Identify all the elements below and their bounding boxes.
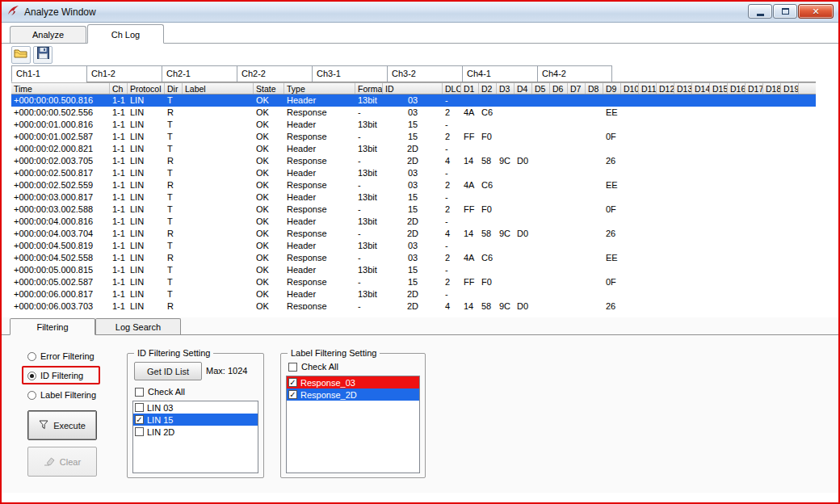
cell-d12 bbox=[657, 288, 674, 300]
column-header-format[interactable]: Format bbox=[355, 83, 383, 94]
table-row[interactable]: +000:00:02.003.7051-1LINROKResponse-2D41… bbox=[11, 155, 816, 167]
table-row[interactable]: +000:00:05.002.5871-1LINTOKResponse-152F… bbox=[11, 276, 816, 288]
id-filter-item[interactable]: ✓LIN 15 bbox=[133, 414, 258, 426]
id-filter-list[interactable]: LIN 03✓LIN 15LIN 2D bbox=[132, 401, 258, 473]
column-header-d1[interactable]: D1 bbox=[461, 83, 479, 94]
close-button[interactable]: ✕ bbox=[798, 4, 834, 19]
column-header-d5[interactable]: D5 bbox=[532, 83, 550, 94]
table-row[interactable]: +000:00:06.000.8171-1LINTOKHeader13bit2D… bbox=[11, 288, 816, 300]
column-header-d14[interactable]: D14 bbox=[692, 83, 710, 94]
table-row[interactable]: +000:00:04.500.8191-1LINTOKHeader13bit03… bbox=[11, 240, 816, 252]
column-header-d8[interactable]: D8 bbox=[586, 83, 603, 94]
cell-format: 13bit bbox=[355, 143, 383, 155]
get-id-list-button[interactable]: Get ID List bbox=[134, 362, 202, 380]
id-check-all[interactable]: Check All bbox=[135, 387, 185, 397]
table-row[interactable]: +000:00:04.000.8161-1LINTOKHeader13bit2D… bbox=[11, 216, 816, 228]
filter-tab-bar: Filtering Log Search bbox=[2, 317, 838, 335]
clear-button[interactable]: Clear bbox=[27, 447, 97, 477]
table-row[interactable]: +000:00:01.000.8161-1LINTOKHeader13bit15… bbox=[11, 119, 816, 131]
tab-ch-log[interactable]: Ch Log bbox=[87, 24, 164, 44]
save-button[interactable] bbox=[33, 46, 52, 64]
open-button[interactable] bbox=[11, 46, 31, 64]
cell-protocol: LIN bbox=[128, 119, 165, 131]
cell-d10 bbox=[621, 228, 639, 240]
column-header-d12[interactable]: D12 bbox=[657, 83, 674, 94]
cell-ch: 1-1 bbox=[110, 119, 128, 131]
cell-d13 bbox=[674, 300, 692, 309]
table-row[interactable]: +000:00:03.000.8171-1LINTOKHeader13bit15… bbox=[11, 191, 816, 204]
table-row[interactable]: +000:00:01.002.5871-1LINTOKResponse-152F… bbox=[11, 131, 816, 143]
id-filter-item[interactable]: LIN 03 bbox=[133, 401, 258, 414]
checkbox-icon[interactable]: ✓ bbox=[288, 378, 297, 387]
checkbox-icon[interactable] bbox=[135, 403, 144, 412]
column-header-type[interactable]: Type bbox=[284, 83, 355, 94]
column-header-d19[interactable]: D19 bbox=[781, 83, 799, 94]
column-header-protocol[interactable]: Protocol bbox=[128, 83, 165, 94]
title-bar[interactable]: Analyze Window ✕ bbox=[2, 2, 838, 23]
table-row[interactable]: +000:00:04.502.5581-1LINROKResponse-0324… bbox=[11, 252, 816, 264]
minimize-button[interactable] bbox=[748, 4, 772, 19]
radio-error-filtering[interactable]: Error Filtering bbox=[27, 351, 94, 361]
channel-tab-ch3-1[interactable]: Ch3-1 bbox=[312, 65, 387, 82]
tab-analyze[interactable]: Analyze bbox=[10, 26, 86, 43]
execute-button[interactable]: Execute bbox=[27, 410, 97, 440]
channel-tab-ch1-2[interactable]: Ch1-2 bbox=[86, 65, 162, 82]
cell-d1: 4A bbox=[461, 107, 479, 119]
label-filter-item[interactable]: ✓Response_03 bbox=[287, 376, 419, 388]
label-filter-list[interactable]: ✓Response_03✓Response_2D bbox=[286, 376, 420, 473]
column-header-d18[interactable]: D18 bbox=[763, 83, 781, 94]
cell-d4 bbox=[514, 276, 532, 288]
column-header-dlc[interactable]: DLC bbox=[443, 83, 461, 94]
tab-filtering[interactable]: Filtering bbox=[10, 318, 95, 335]
checkbox-icon[interactable]: ✓ bbox=[288, 390, 297, 399]
column-header-d7[interactable]: D7 bbox=[568, 83, 586, 94]
table-row[interactable]: +000:00:04.003.7041-1LINROKResponse-2D41… bbox=[11, 228, 816, 240]
cell-dir: R bbox=[165, 252, 183, 264]
checkbox-icon[interactable] bbox=[135, 427, 144, 436]
column-header-state[interactable]: State bbox=[254, 83, 284, 94]
channel-tab-ch2-2[interactable]: Ch2-2 bbox=[237, 65, 312, 82]
column-header-label[interactable]: Label bbox=[183, 83, 254, 94]
table-row[interactable]: +000:00:02.502.5591-1LINROKResponse-0324… bbox=[11, 179, 816, 191]
cell-state: OK bbox=[254, 264, 284, 276]
channel-tab-ch4-2[interactable]: Ch4-2 bbox=[537, 65, 612, 82]
tab-log-search[interactable]: Log Search bbox=[95, 318, 181, 334]
column-header-d2[interactable]: D2 bbox=[479, 83, 497, 94]
table-row[interactable]: +000:00:02.000.8211-1LINTOKHeader13bit2D… bbox=[11, 143, 816, 155]
radio-label-filtering[interactable]: Label Filtering bbox=[27, 390, 96, 400]
column-header-id[interactable]: ID bbox=[383, 83, 443, 94]
column-header-ch[interactable]: Ch bbox=[110, 83, 128, 94]
checkbox-icon[interactable]: ✓ bbox=[135, 415, 144, 424]
column-header-d16[interactable]: D16 bbox=[728, 83, 746, 94]
column-header-d4[interactable]: D4 bbox=[514, 83, 532, 94]
maximize-button[interactable] bbox=[773, 4, 797, 19]
table-row[interactable]: +000:00:02.500.8171-1LINTOKHeader13bit03… bbox=[11, 167, 816, 179]
column-header-d10[interactable]: D10 bbox=[621, 83, 639, 94]
table-row[interactable]: +000:00:03.002.5881-1LINTOKResponse-152F… bbox=[11, 204, 816, 216]
channel-tab-ch2-1[interactable]: Ch2-1 bbox=[162, 65, 237, 82]
cell-d7 bbox=[568, 204, 586, 216]
column-header-d6[interactable]: D6 bbox=[550, 83, 568, 94]
table-row[interactable]: +000:00:05.000.8151-1LINTOKHeader13bit15… bbox=[11, 264, 816, 276]
id-filter-item[interactable]: LIN 2D bbox=[133, 426, 258, 438]
column-header-d9[interactable]: D9 bbox=[603, 83, 621, 94]
label-filter-item[interactable]: ✓Response_2D bbox=[287, 388, 419, 401]
column-header-dir[interactable]: Dir bbox=[165, 83, 183, 94]
column-header-d15[interactable]: D15 bbox=[710, 83, 728, 94]
channel-tab-ch1-1[interactable]: Ch1-1 bbox=[11, 65, 86, 82]
table-row[interactable]: +000:00:06.003.7031-1LINROKResponse-2D41… bbox=[11, 300, 816, 309]
cell-d15 bbox=[710, 131, 728, 143]
label-check-all[interactable]: Check All bbox=[288, 362, 338, 372]
column-header-d11[interactable]: D11 bbox=[639, 83, 657, 94]
cell-state: OK bbox=[254, 300, 284, 309]
channel-tab-ch4-1[interactable]: Ch4-1 bbox=[462, 65, 537, 82]
column-header-time[interactable]: Time bbox=[11, 83, 110, 94]
radio-id-filtering[interactable]: ID Filtering bbox=[27, 371, 83, 380]
table-row[interactable]: +000:00:00.502.5561-1LINROKResponse-0324… bbox=[11, 107, 816, 119]
column-header-d13[interactable]: D13 bbox=[674, 83, 692, 94]
column-header-d3[interactable]: D3 bbox=[497, 83, 514, 94]
table-row[interactable]: +000:00:00.500.8161-1LINTOKHeader13bit03… bbox=[11, 94, 816, 107]
channel-tab-ch3-2[interactable]: Ch3-2 bbox=[387, 65, 462, 82]
cell-d10 bbox=[621, 167, 639, 179]
column-header-d17[interactable]: D17 bbox=[746, 83, 763, 94]
